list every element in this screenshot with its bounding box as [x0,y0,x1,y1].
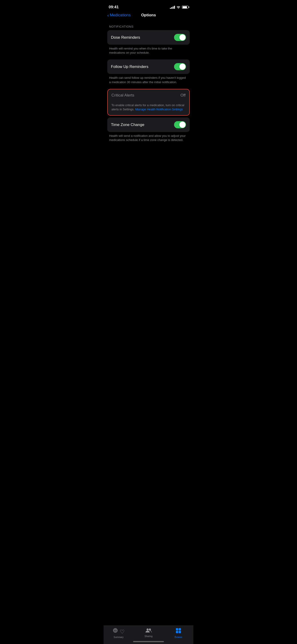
follow-up-reminders-description: Health can send follow up reminders if y… [107,74,190,88]
time-zone-change-group: Time Zone Change Health will send a noti… [107,118,190,146]
status-bar: 09:41 [104,0,194,11]
manage-health-notifications-link[interactable]: Manage Health Notification Settings [135,108,183,111]
nav-header: ‹ Medications Options [104,11,194,20]
time-zone-change-row[interactable]: Time Zone Change [107,118,190,132]
time-zone-change-description: Health will send a notification and allo… [107,132,190,146]
battery-icon [182,6,188,9]
signal-bars-icon [170,6,175,9]
main-content: NOTIFICATIONS Dose Reminders Health will… [104,20,194,170]
follow-up-reminders-label: Follow Up Reminders [111,64,148,69]
back-label: Medications [110,13,131,18]
page-title: Options [141,13,156,18]
time-zone-change-toggle[interactable] [174,121,186,128]
time-zone-change-label: Time Zone Change [111,122,144,127]
dose-reminders-label: Dose Reminders [111,35,140,40]
dose-reminders-toggle[interactable] [174,34,186,41]
dose-reminders-row[interactable]: Dose Reminders [107,30,190,45]
dose-reminders-description: Health will remind you when it's time to… [107,45,190,58]
back-chevron-icon: ‹ [107,13,109,18]
critical-alerts-value: Off [180,93,186,98]
notifications-section-label: NOTIFICATIONS [107,25,190,30]
follow-up-reminders-toggle[interactable] [174,63,186,70]
follow-up-reminders-group: Follow Up Reminders Health can send foll… [107,60,190,88]
back-button[interactable]: ‹ Medications [107,13,130,18]
critical-alerts-description: To enable critical alerts for a medicati… [108,101,189,115]
status-time: 09:41 [109,5,118,10]
status-icons [170,5,188,9]
follow-up-reminders-row[interactable]: Follow Up Reminders [107,60,190,74]
wifi-icon [176,5,180,9]
critical-alerts-label: Critical Alerts [112,93,134,98]
critical-alerts-row[interactable]: Critical Alerts Off [108,89,189,101]
dose-reminders-group: Dose Reminders Health will remind you wh… [107,30,190,58]
critical-alerts-container: Critical Alerts Off To enable critical a… [107,89,190,116]
